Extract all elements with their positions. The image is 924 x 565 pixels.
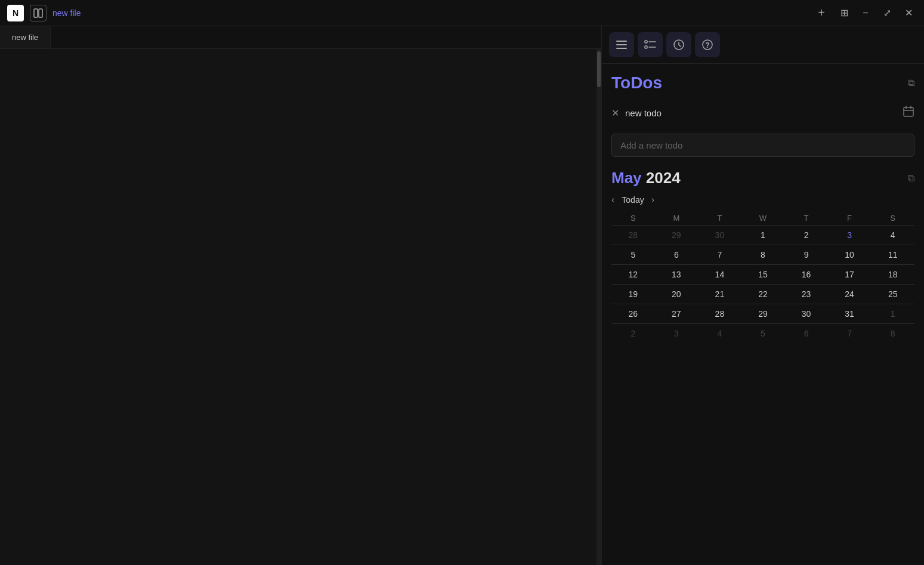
calendar-day[interactable]: 12 [611, 265, 655, 285]
calendar-day[interactable]: 3 [655, 324, 699, 344]
calendar-day[interactable]: 11 [871, 245, 914, 265]
calendar-prev-button[interactable]: ‹ [611, 194, 614, 205]
calendar-day[interactable]: 2 [611, 324, 655, 344]
weekday-sun: S [611, 211, 655, 226]
calendar-day[interactable]: 18 [871, 265, 914, 285]
calendar-day[interactable]: 4 [698, 324, 741, 344]
calendar-day[interactable]: 20 [655, 285, 699, 304]
calendar-day[interactable]: 7 [828, 324, 872, 344]
weekday-fri: F [828, 211, 872, 226]
calendar-day[interactable]: 25 [871, 285, 914, 304]
calendar-day[interactable]: 28 [611, 226, 655, 245]
editor-tab-bar: new file [0, 26, 601, 49]
calendar-day[interactable]: 29 [741, 304, 785, 324]
svg-rect-2 [616, 41, 627, 42]
weekday-thu: T [784, 211, 828, 226]
todos-section: ToDos ⧉ ✕ new todo [602, 64, 924, 129]
calendar-day[interactable]: 1 [741, 226, 785, 245]
weekday-tue: T [698, 211, 741, 226]
svg-rect-14 [904, 107, 913, 116]
calendar-day[interactable]: 22 [741, 285, 785, 304]
toolbar-checklist-button[interactable] [638, 32, 663, 57]
todos-title: ToDos [611, 73, 662, 92]
layout-icon[interactable]: ⊞ [836, 5, 852, 21]
weekday-wed: W [741, 211, 785, 226]
calendar-week-row: 2829301234 [611, 226, 914, 245]
calendar-day[interactable]: 3 [828, 226, 872, 245]
calendar-day[interactable]: 4 [871, 226, 914, 245]
calendar-day[interactable]: 30 [698, 226, 741, 245]
calendar-day[interactable]: 1 [871, 304, 914, 324]
todo-text: new todo [625, 108, 897, 118]
svg-rect-6 [645, 46, 647, 48]
editor-content[interactable] [0, 49, 601, 565]
calendar-day[interactable]: 29 [655, 226, 699, 245]
calendar-week-row: 19202122232425 [611, 285, 914, 304]
calendar-day[interactable]: 14 [698, 265, 741, 285]
calendar-day[interactable]: 16 [784, 265, 828, 285]
todo-close-icon[interactable]: ✕ [611, 107, 619, 119]
svg-rect-0 [34, 9, 38, 17]
calendar-month-year: May 2024 [611, 169, 681, 187]
todos-header: ToDos ⧉ [611, 73, 914, 92]
todo-item: ✕ new todo [611, 102, 914, 124]
calendar-day[interactable]: 19 [611, 285, 655, 304]
calendar-day[interactable]: 10 [828, 245, 872, 265]
calendar-day[interactable]: 27 [655, 304, 699, 324]
calendar-day[interactable]: 9 [784, 245, 828, 265]
toolbar-list-button[interactable] [609, 32, 634, 57]
right-toolbar: ? [602, 26, 924, 64]
calendar-day[interactable]: 5 [741, 324, 785, 344]
tab-filename[interactable]: new file [52, 8, 807, 18]
toolbar-clock-button[interactable] [666, 32, 691, 57]
add-todo-input[interactable] [611, 134, 914, 157]
editor-panel: new file [0, 26, 602, 565]
calendar-day[interactable]: 13 [655, 265, 699, 285]
svg-text:?: ? [705, 41, 709, 50]
calendar-expand-icon[interactable]: ⧉ [908, 173, 914, 184]
weekday-sat: S [871, 211, 914, 226]
close-button[interactable]: ✕ [900, 5, 917, 21]
editor-scrollbar[interactable] [597, 49, 601, 565]
maximize-button[interactable]: ⤢ [879, 5, 895, 21]
calendar-week-row: 2345678 [611, 324, 914, 344]
scrollbar-thumb [597, 51, 601, 87]
calendar-day[interactable]: 8 [741, 245, 785, 265]
calendar-section: May 2024 ⧉ ‹ Today › S M T W T [602, 162, 924, 565]
minimize-button[interactable]: − [857, 5, 874, 21]
calendar-day[interactable]: 23 [784, 285, 828, 304]
sidebar-toggle-button[interactable] [30, 5, 47, 21]
calendar-day[interactable]: 30 [784, 304, 828, 324]
app-body: new file [0, 26, 924, 565]
calendar-day[interactable]: 28 [698, 304, 741, 324]
calendar-day[interactable]: 24 [828, 285, 872, 304]
calendar-day[interactable]: 21 [698, 285, 741, 304]
calendar-nav: ‹ Today › [611, 194, 914, 205]
calendar-day[interactable]: 6 [784, 324, 828, 344]
editor-tab[interactable]: new file [0, 26, 51, 48]
calendar-today-button[interactable]: Today [622, 195, 644, 205]
calendar-next-button[interactable]: › [651, 194, 654, 205]
toolbar-help-button[interactable]: ? [695, 32, 720, 57]
svg-line-11 [679, 45, 681, 47]
calendar-day[interactable]: 6 [655, 245, 699, 265]
calendar-day[interactable]: 15 [741, 265, 785, 285]
calendar-week-row: 567891011 [611, 245, 914, 265]
svg-rect-3 [616, 44, 627, 45]
weekday-mon: M [655, 211, 699, 226]
calendar-day[interactable]: 7 [698, 245, 741, 265]
calendar-day[interactable]: 26 [611, 304, 655, 324]
calendar-day[interactable]: 17 [828, 265, 872, 285]
add-tab-button[interactable]: + [813, 5, 830, 21]
calendar-day[interactable]: 31 [828, 304, 872, 324]
todo-calendar-icon[interactable] [903, 106, 914, 121]
add-todo-container [602, 129, 924, 162]
calendar-day[interactable]: 8 [871, 324, 914, 344]
calendar-grid: S M T W T F S 28293012345678910111213141… [611, 211, 914, 343]
calendar-day[interactable]: 2 [784, 226, 828, 245]
svg-rect-1 [39, 9, 42, 17]
right-panel: ? ToDos ⧉ ✕ new todo [602, 26, 924, 565]
todos-expand-icon[interactable]: ⧉ [908, 78, 914, 88]
calendar-week-row: 2627282930311 [611, 304, 914, 324]
calendar-day[interactable]: 5 [611, 245, 655, 265]
